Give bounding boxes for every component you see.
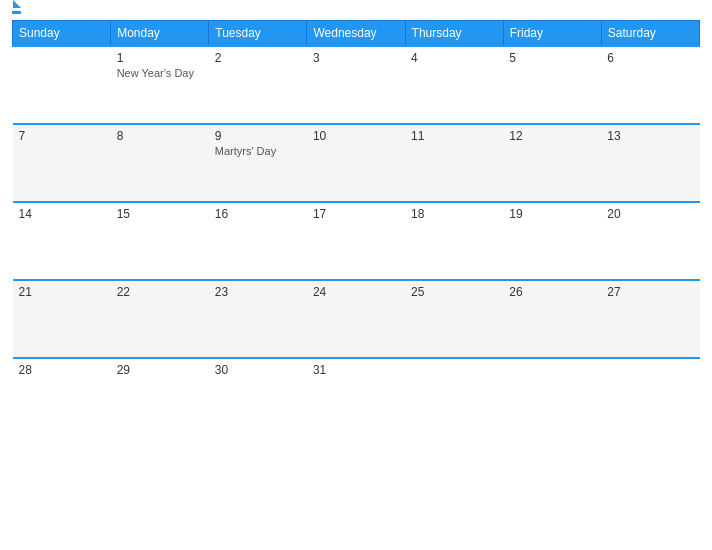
calendar-cell: 3 <box>307 46 405 124</box>
calendar-cell <box>405 358 503 436</box>
calendar-cell: 10 <box>307 124 405 202</box>
calendar-cell: 26 <box>503 280 601 358</box>
calendar-cell: 19 <box>503 202 601 280</box>
calendar-cell: 17 <box>307 202 405 280</box>
calendar-week-5: 28293031 <box>13 358 700 436</box>
calendar-cell: 29 <box>111 358 209 436</box>
calendar-week-3: 14151617181920 <box>13 202 700 280</box>
calendar-cell: 12 <box>503 124 601 202</box>
weekday-header-wednesday: Wednesday <box>307 21 405 47</box>
day-number: 7 <box>19 129 105 143</box>
calendar-cell: 13 <box>601 124 699 202</box>
calendar-cell: 1New Year's Day <box>111 46 209 124</box>
day-number: 22 <box>117 285 203 299</box>
calendar-cell: 9Martyrs' Day <box>209 124 307 202</box>
calendar-cell: 24 <box>307 280 405 358</box>
weekday-header-row: SundayMondayTuesdayWednesdayThursdayFrid… <box>13 21 700 47</box>
day-number: 24 <box>313 285 399 299</box>
weekday-header-thursday: Thursday <box>405 21 503 47</box>
calendar-week-2: 789Martyrs' Day10111213 <box>13 124 700 202</box>
day-number: 17 <box>313 207 399 221</box>
day-number: 15 <box>117 207 203 221</box>
weekday-header-saturday: Saturday <box>601 21 699 47</box>
day-number: 26 <box>509 285 595 299</box>
day-number: 3 <box>313 51 399 65</box>
day-number: 2 <box>215 51 301 65</box>
calendar-cell: 7 <box>13 124 111 202</box>
day-number: 12 <box>509 129 595 143</box>
day-number: 4 <box>411 51 497 65</box>
holiday-name: New Year's Day <box>117 67 203 79</box>
calendar-cell: 16 <box>209 202 307 280</box>
calendar-cell: 30 <box>209 358 307 436</box>
calendar-cell <box>13 46 111 124</box>
calendar-cell: 6 <box>601 46 699 124</box>
calendar-cell: 23 <box>209 280 307 358</box>
day-number: 21 <box>19 285 105 299</box>
day-number: 30 <box>215 363 301 377</box>
logo-blue-line <box>12 11 21 14</box>
calendar-cell: 20 <box>601 202 699 280</box>
day-number: 31 <box>313 363 399 377</box>
calendar-cell: 27 <box>601 280 699 358</box>
day-number: 20 <box>607 207 693 221</box>
day-number: 29 <box>117 363 203 377</box>
calendar-cell: 22 <box>111 280 209 358</box>
day-number: 13 <box>607 129 693 143</box>
weekday-header-tuesday: Tuesday <box>209 21 307 47</box>
day-number: 16 <box>215 207 301 221</box>
calendar-cell: 25 <box>405 280 503 358</box>
day-number: 11 <box>411 129 497 143</box>
logo-triangle-icon <box>13 0 21 8</box>
calendar-cell <box>503 358 601 436</box>
day-number: 1 <box>117 51 203 65</box>
day-number: 6 <box>607 51 693 65</box>
logo-wrapper <box>12 10 21 14</box>
calendar-cell: 2 <box>209 46 307 124</box>
calendar-grid: SundayMondayTuesdayWednesdayThursdayFrid… <box>12 20 700 436</box>
calendar-cell: 21 <box>13 280 111 358</box>
weekday-header-sunday: Sunday <box>13 21 111 47</box>
calendar-cell: 4 <box>405 46 503 124</box>
day-number: 14 <box>19 207 105 221</box>
calendar-cell <box>601 358 699 436</box>
calendar-cell: 14 <box>13 202 111 280</box>
day-number: 18 <box>411 207 497 221</box>
day-number: 8 <box>117 129 203 143</box>
calendar-container: SundayMondayTuesdayWednesdayThursdayFrid… <box>0 0 712 550</box>
calendar-cell: 28 <box>13 358 111 436</box>
calendar-header <box>12 10 700 14</box>
calendar-cell: 8 <box>111 124 209 202</box>
day-number: 10 <box>313 129 399 143</box>
day-number: 19 <box>509 207 595 221</box>
logo <box>12 10 21 14</box>
day-number: 27 <box>607 285 693 299</box>
day-number: 25 <box>411 285 497 299</box>
day-number: 28 <box>19 363 105 377</box>
day-number: 23 <box>215 285 301 299</box>
calendar-cell: 18 <box>405 202 503 280</box>
day-number: 5 <box>509 51 595 65</box>
calendar-week-4: 21222324252627 <box>13 280 700 358</box>
calendar-cell: 5 <box>503 46 601 124</box>
weekday-header-monday: Monday <box>111 21 209 47</box>
day-number: 9 <box>215 129 301 143</box>
holiday-name: Martyrs' Day <box>215 145 301 157</box>
calendar-cell: 15 <box>111 202 209 280</box>
weekday-header-friday: Friday <box>503 21 601 47</box>
calendar-cell: 31 <box>307 358 405 436</box>
calendar-cell: 11 <box>405 124 503 202</box>
calendar-week-1: 1New Year's Day23456 <box>13 46 700 124</box>
